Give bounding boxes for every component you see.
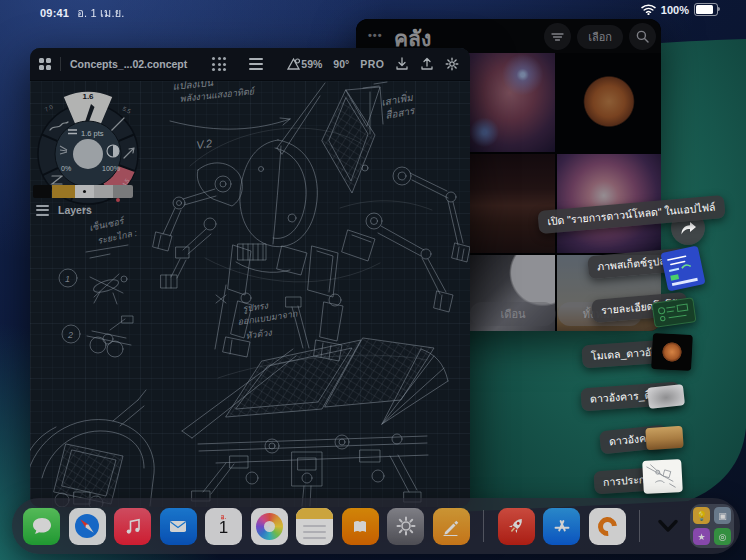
more-options-button[interactable]: ••• [368, 29, 383, 41]
drag-thumb-sticker-blue[interactable] [660, 245, 705, 291]
import-icon[interactable] [395, 57, 409, 71]
opacity-max-label: 100% [102, 165, 120, 172]
photo-mars-globe[interactable] [557, 53, 661, 152]
layers-label: Layers [58, 204, 92, 216]
concepts-toolbar: Concepts_...02.concept 59% 90° PRO ? [30, 48, 470, 81]
dock-divider [639, 510, 640, 542]
dock-app-library[interactable]: 💡 ▣ ★ ◎ [690, 504, 734, 548]
drag-thumb-assembly-sketch[interactable] [642, 459, 683, 494]
color-swatch-strip [33, 185, 133, 198]
active-size-label: 1.6 [82, 92, 94, 101]
swatch-lightgray[interactable] [94, 185, 113, 198]
pen-icon [439, 514, 463, 538]
mini-game-icon: ◎ [714, 528, 731, 545]
stroke-width-label: 1.6 pts [81, 129, 104, 138]
precision-grid-button[interactable] [212, 57, 226, 71]
dock-app-appstore[interactable] [543, 508, 580, 545]
messages-icon [30, 514, 54, 538]
smoothing-min-label: 0% [61, 165, 71, 172]
dock-app-safari[interactable] [69, 508, 106, 545]
shape-guide-button[interactable] [286, 57, 301, 72]
dock-app-settings[interactable] [387, 508, 424, 545]
rocket-icon [504, 514, 528, 538]
layers-panel-header[interactable]: Layers [36, 204, 92, 216]
dock-app-sketch-pen[interactable] [433, 508, 470, 545]
dock-app-music[interactable] [114, 508, 151, 545]
rotation-value[interactable]: 90° [333, 58, 349, 70]
pro-badge[interactable]: PRO [360, 58, 384, 70]
calendar-day: 1 [205, 518, 242, 538]
dock-app-notes[interactable] [296, 508, 333, 545]
segment-months[interactable]: เดือน [470, 302, 556, 326]
sticker-blue-art [660, 245, 705, 291]
dock: อ. 1 💡 ▣ ★ ◎ [12, 498, 740, 554]
document-title[interactable]: Concepts_...02.concept [70, 58, 187, 70]
dock-divider [483, 510, 484, 542]
forward-arrow-icon [680, 221, 697, 236]
drag-thumb-mars-model[interactable] [651, 333, 693, 371]
mini-star-icon: ★ [693, 528, 710, 545]
music-icon [122, 515, 144, 537]
tool-size-left: 7.0 [44, 103, 55, 113]
books-icon [348, 514, 372, 538]
drag-thumb-mars-photo[interactable] [645, 426, 683, 451]
annotation-version: V.2 [196, 137, 213, 151]
sketch-number-1: 1 [65, 274, 70, 284]
export-icon[interactable] [420, 57, 434, 71]
dock-app-books[interactable] [342, 508, 379, 545]
battery-icon [694, 3, 718, 16]
zoom-level[interactable]: 59% [301, 58, 322, 70]
assembly-sketch-art [642, 459, 683, 494]
settings-gear-icon[interactable] [445, 57, 459, 71]
ipad-screen: { "status_bar": { "time": "09:41", "date… [0, 0, 746, 560]
logo-green-art [653, 298, 696, 326]
search-icon [636, 30, 649, 43]
tool-size-right: 5.5 [122, 106, 133, 115]
layer-stack-button[interactable] [249, 58, 263, 71]
dock-app-concepts[interactable] [589, 508, 626, 545]
selected-dot [83, 190, 86, 193]
drag-thumb-logo-green[interactable] [651, 297, 696, 328]
sketch-number-2: 2 [67, 330, 73, 340]
clock: 09:41 [40, 7, 69, 19]
swatch-gray[interactable] [113, 185, 133, 198]
safari-icon [72, 511, 102, 541]
chevron-down-icon [657, 519, 679, 533]
dock-app-mail[interactable] [160, 508, 197, 545]
mini-tips-icon: 💡 [693, 507, 710, 524]
concepts-sketch-window: แปลงเป็น พลังงานแสงอาทิตย์ เสาเพิ่ม สื่อ… [30, 48, 470, 507]
status-date: อ. 1 เม.ย. [77, 7, 124, 19]
swatch-black[interactable] [33, 185, 51, 198]
appstore-icon [550, 514, 574, 538]
mail-icon [166, 514, 190, 538]
filter-button[interactable] [544, 23, 571, 50]
status-bar: 09:41อ. 1 เม.ย. 100% [0, 0, 746, 20]
search-button[interactable] [629, 23, 656, 50]
dock-app-photos[interactable] [251, 508, 288, 545]
concepts-icon [594, 513, 621, 540]
layers-icon [36, 205, 49, 216]
divider [60, 57, 61, 71]
photos-flower-icon [256, 513, 283, 540]
settings-gear-icon [394, 514, 418, 538]
dock-app-calendar[interactable]: อ. 1 [205, 508, 242, 545]
dock-app-messages[interactable] [23, 508, 60, 545]
filter-icon [551, 32, 564, 42]
battery-percent: 100% [661, 4, 689, 16]
swatch-gold[interactable] [52, 185, 75, 198]
gallery-grid-button[interactable] [39, 58, 51, 70]
wifi-icon [641, 4, 656, 15]
dock-app-rocket[interactable] [498, 508, 535, 545]
select-button[interactable]: เลือก [577, 25, 623, 49]
drag-thumb-deimos[interactable] [647, 384, 685, 409]
swatch-white-selected[interactable] [75, 185, 94, 198]
notes-icon [296, 508, 333, 519]
dock-collapse-button[interactable] [654, 512, 682, 540]
mini-camera-icon: ▣ [714, 507, 731, 524]
wheel-center-knob[interactable] [73, 139, 103, 169]
